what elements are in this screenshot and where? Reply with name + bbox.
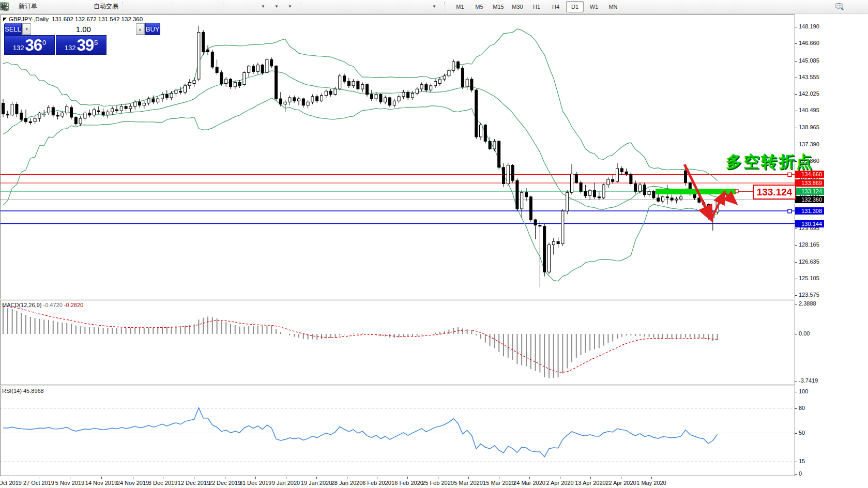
pane-border	[0, 300, 795, 385]
date-tick-mark	[286, 477, 286, 479]
pane-border	[0, 14, 795, 299]
price-tick-label: 126.635	[799, 258, 819, 265]
crosshair-icon[interactable]	[321, 1, 332, 12]
volume-decrease-button[interactable]: ▼	[23, 23, 31, 35]
date-tick-mark	[101, 477, 102, 479]
auto-scroll-icon[interactable]	[143, 1, 155, 12]
date-tick-label: 31 Dec 2019	[239, 480, 271, 486]
rsi-tick-mark	[795, 433, 797, 434]
chart-window[interactable]: GBPJPY-,Daily 131.602 132.672 131.542 13…	[0, 14, 868, 488]
date-tick-label: 13 Apr 2020	[575, 480, 605, 486]
date-tick-mark	[377, 477, 377, 479]
macd-tick-label: 2.3888	[799, 300, 816, 307]
price-tick-label: 138.965	[799, 124, 819, 130]
data-window-icon[interactable]	[230, 1, 242, 12]
price-badge-133.124: 133.124	[795, 188, 824, 195]
date-tick-mark	[163, 477, 163, 479]
price-tick-label: 137.390	[799, 141, 819, 147]
text-icon[interactable]: A	[401, 1, 413, 12]
timeframe-button-M1[interactable]: M1	[451, 1, 469, 12]
date-tick-mark	[438, 477, 438, 479]
macd-tick-label: -3.7419	[799, 377, 818, 384]
sell-price[interactable]: 132 36 0	[4, 35, 55, 55]
turning-point-annotation[interactable]: 多空转折点	[726, 151, 814, 173]
profile-icon[interactable]	[52, 1, 64, 12]
autotrading-icon[interactable]	[79, 1, 91, 12]
buy-price[interactable]: 132 39 5	[56, 35, 106, 55]
chart-shift-icon[interactable]	[130, 1, 142, 12]
main-toolbar: 新订单 自动交易	[0, 0, 868, 13]
date-tick-mark	[407, 477, 408, 479]
timeframe-button-H1[interactable]: H1	[528, 1, 545, 12]
date-tick-mark	[499, 477, 499, 479]
buy-button[interactable]: BUY	[145, 23, 160, 35]
autotrading-label[interactable]: 自动交易	[94, 2, 118, 11]
date-tick-label: 15 Mar 2020	[483, 480, 515, 486]
price-tick-label: 125.105	[799, 275, 819, 281]
volume-increase-button[interactable]: ▲	[136, 23, 144, 35]
date-tick-label: 24 Mar 2020	[513, 480, 545, 486]
date-tick-label: 9 Jan 2020	[272, 480, 300, 486]
rsi-tick-label: 0	[799, 470, 802, 477]
add-indicator-icon[interactable]: ▼	[257, 1, 269, 12]
date-tick-mark	[560, 477, 560, 479]
date-tick-mark	[621, 477, 621, 479]
toolbar-separator	[123, 2, 126, 11]
volume-input[interactable]	[31, 23, 136, 35]
date-tick-label: 5 Mar 2020	[454, 480, 483, 486]
zoom-out-icon[interactable]	[193, 1, 205, 12]
zoom-in-icon[interactable]	[180, 1, 192, 12]
strategy-window-icon[interactable]	[243, 1, 255, 12]
vertical-line-icon[interactable]	[334, 1, 346, 12]
price-tick-label: 140.495	[799, 107, 819, 113]
price-tick-label: 128.165	[799, 241, 819, 248]
price-tick-mark	[795, 145, 797, 145]
cursor-icon[interactable]	[307, 1, 319, 12]
date-tick-label: 27 Oct 2019	[23, 480, 54, 486]
sell-button[interactable]: SELL	[4, 23, 22, 35]
trendline-icon[interactable]	[361, 1, 373, 12]
date-tick-label: 24 Nov 2019	[117, 480, 149, 486]
chat-icon[interactable]	[852, 1, 864, 12]
price-tick-mark	[795, 279, 797, 279]
macd-tick-label: 0.00	[799, 330, 810, 337]
toolbar-separator	[173, 2, 176, 11]
horizontal-line-icon[interactable]	[347, 1, 359, 12]
rsi-tick-label: 15	[799, 458, 805, 464]
toolbar-separator	[223, 2, 226, 11]
price-tick-mark	[795, 78, 797, 78]
price-badge-131.308: 131.308	[795, 207, 824, 215]
timeframe-button-MN[interactable]: MN	[604, 1, 622, 12]
timeframe-button-D1[interactable]: D1	[566, 1, 584, 12]
sell-price-pips: 36	[25, 37, 41, 53]
date-tick-label: 2 Apr 2020	[546, 480, 573, 486]
price-callout-label[interactable]: 133.124	[753, 185, 796, 200]
buy-price-figure: 132	[65, 43, 76, 53]
date-tick-mark	[468, 477, 469, 479]
price-tick-mark	[795, 228, 797, 229]
rsi-tick-label: 100	[799, 388, 808, 394]
chart-scale-icon[interactable]	[157, 1, 169, 12]
price-tick-mark	[795, 27, 797, 27]
timeframe-button-M5[interactable]: M5	[470, 1, 488, 12]
timeframe-button-M30[interactable]: M30	[509, 1, 526, 12]
text-label-icon[interactable]: T	[415, 1, 427, 12]
shapes-icon[interactable]: ▼	[428, 1, 440, 12]
date-tick-mark	[70, 477, 70, 479]
highlighter-icon[interactable]	[39, 1, 51, 12]
template-icon[interactable]: ▼	[284, 1, 296, 12]
period-icon[interactable]: ▼	[270, 1, 282, 12]
new-order-label[interactable]: 新订单	[19, 2, 37, 11]
fibonacci-icon[interactable]: F	[388, 1, 400, 12]
date-tick-label: 28 Jan 2020	[331, 480, 363, 486]
signals-icon[interactable]	[66, 1, 78, 12]
date-tick-label: 25 Feb 2020	[422, 480, 454, 486]
tile-windows-icon[interactable]	[207, 1, 219, 12]
price-tick-label: 142.025	[799, 90, 819, 97]
timeframe-button-M15[interactable]: M15	[490, 1, 507, 12]
timeframe-button-H4[interactable]: H4	[547, 1, 565, 12]
price-tick-label: 148.190	[799, 23, 819, 29]
channel-icon[interactable]: E	[374, 1, 386, 12]
timeframe-button-W1[interactable]: W1	[585, 1, 603, 12]
price-tick-mark	[795, 61, 797, 62]
